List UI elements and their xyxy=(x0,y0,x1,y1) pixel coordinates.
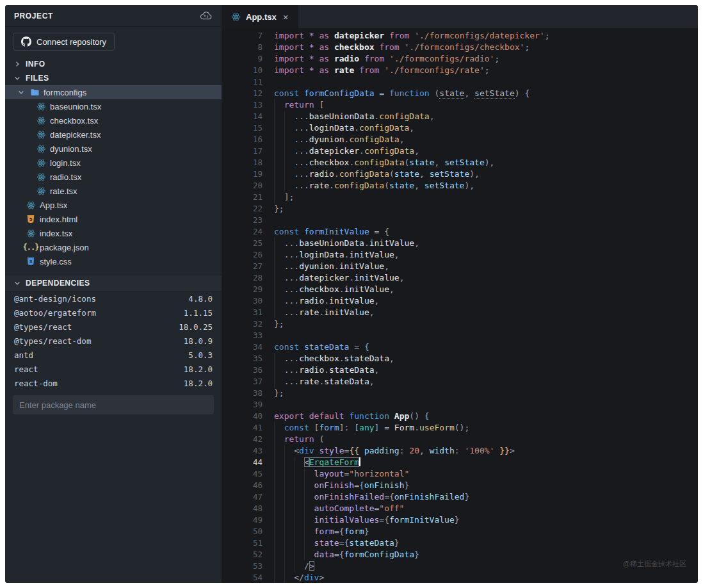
line-number: 17 xyxy=(222,145,263,157)
section-header-files[interactable]: FILES xyxy=(5,71,222,85)
code-line[interactable]: 34 const stateData = { xyxy=(222,341,698,353)
code-line[interactable]: 41 const [form]: [any] = Form.useForm(); xyxy=(222,422,698,434)
code-line[interactable]: 10 import * as rate from './formconfigs/… xyxy=(222,65,698,76)
file-label: dyunion.tsx xyxy=(50,144,92,154)
code-line[interactable]: 31 ...rate.initValue, xyxy=(222,307,698,318)
react-icon xyxy=(36,101,46,111)
line-number: 20 xyxy=(222,180,263,192)
code-line[interactable]: 25 ...baseUnionData.initValue, xyxy=(222,238,698,249)
code-line[interactable]: 14 ...baseUnionData.configData, xyxy=(222,111,698,122)
line-number: 49 xyxy=(222,514,263,526)
dependency-name: react-dom xyxy=(14,379,58,388)
code-line[interactable]: 49 initialValues={formInitValue} xyxy=(222,514,698,526)
code-line[interactable]: 40 export default function App() { xyxy=(222,411,698,422)
code-line[interactable]: 22 }; xyxy=(222,203,698,215)
cloud-sync-icon[interactable] xyxy=(200,11,213,21)
section-label: INFO xyxy=(26,60,45,69)
code-line[interactable]: 35 ...checkbox.stateData, xyxy=(222,353,698,364)
tree-file-radio-tsx[interactable]: radio.tsx xyxy=(5,170,222,184)
line-number: 39 xyxy=(222,399,263,411)
code-editor[interactable]: 7 import * as datepicker from './formcon… xyxy=(222,28,698,583)
code-line[interactable]: 28 ...datepicker.initValue, xyxy=(222,272,698,284)
close-icon[interactable]: × xyxy=(282,12,290,22)
code-line[interactable]: 21 ]; xyxy=(222,192,698,203)
code-line[interactable]: 26 ...loginData.initValue, xyxy=(222,249,698,261)
line-number: 53 xyxy=(222,560,263,572)
dependency-row[interactable]: @types/react 18.0.25 xyxy=(5,320,222,334)
react-icon xyxy=(230,12,241,22)
tree-file-login-tsx[interactable]: login.tsx xyxy=(5,156,222,170)
tree-file-index-tsx[interactable]: index.tsx xyxy=(5,226,222,240)
tree-file-baseunion-tsx[interactable]: baseunion.tsx xyxy=(5,99,222,113)
code-line[interactable]: 37 ...rate.stateData, xyxy=(222,376,698,388)
code-line[interactable]: 39 xyxy=(222,399,698,411)
code-line[interactable]: 23 xyxy=(222,215,698,226)
dependencies-list: @ant-design/icons 4.8.0 @aotoo/ergatefor… xyxy=(5,291,222,390)
code-line[interactable]: 50 form={form} xyxy=(222,526,698,537)
code-line[interactable]: 52 data={formConfigData} xyxy=(222,549,698,560)
code-line[interactable]: 45 layout="horizontal" xyxy=(222,468,698,480)
file-label: package.json xyxy=(40,243,89,252)
code-line[interactable]: 30 ...radio.initValue, xyxy=(222,295,698,307)
code-line[interactable]: 20 ...rate.configData(state, setState), xyxy=(222,180,698,192)
code-line[interactable]: 19 ...radio.configData(state, setState), xyxy=(222,168,698,180)
tree-file-dyunion-tsx[interactable]: dyunion.tsx xyxy=(5,142,222,156)
dependency-row[interactable]: antd 5.0.3 xyxy=(5,348,222,362)
code-line[interactable]: 54 </div> xyxy=(222,572,698,583)
code-line[interactable]: 8 import * as checkbox from './formconfi… xyxy=(222,42,698,53)
code-line[interactable]: 24 const formInitValue = { xyxy=(222,226,698,238)
code-line[interactable]: 46 onFinish={onFinish} xyxy=(222,480,698,491)
code-line[interactable]: 47 onFinishFailed={onFinishFailed} xyxy=(222,491,698,503)
section-header-info[interactable]: INFO xyxy=(5,57,222,71)
dependency-row[interactable]: react 18.2.0 xyxy=(5,362,222,376)
code-line[interactable]: 12 const formConfigData = function (stat… xyxy=(222,88,698,99)
code-line[interactable]: 33 xyxy=(222,330,698,341)
tree-file-app-tsx[interactable]: App.tsx xyxy=(5,198,222,212)
tree-file-datepicker-tsx[interactable]: datepicker.tsx xyxy=(5,127,222,142)
code-line[interactable]: 36 ...radio.stateData, xyxy=(222,364,698,376)
dependency-name: @types/react xyxy=(14,322,72,332)
dependency-row[interactable]: react-dom 18.2.0 xyxy=(5,376,222,390)
line-number: 41 xyxy=(222,422,263,434)
tab-app-tsx[interactable]: App.tsx × xyxy=(222,5,298,28)
line-number: 12 xyxy=(222,88,263,99)
code-line[interactable]: 16 ...dyunion.configData, xyxy=(222,134,698,145)
chevron-down-icon xyxy=(17,88,26,97)
line-number: 24 xyxy=(222,226,263,238)
code-line[interactable]: 11 xyxy=(222,76,698,88)
tree-file-index-html[interactable]: 5index.html xyxy=(5,212,222,226)
code-line[interactable]: 18 ...checkbox.configData(state, setStat… xyxy=(222,157,698,168)
tree-folder-formconfigs[interactable]: formconfigs xyxy=(5,85,222,99)
tree-file-checkbox-tsx[interactable]: checkbox.tsx xyxy=(5,113,222,127)
code-line[interactable]: 38 }; xyxy=(222,388,698,399)
code-line[interactable]: 15 ...loginData.configData, xyxy=(222,122,698,134)
code-line[interactable]: 13 return [ xyxy=(222,99,698,111)
code-line[interactable]: 42 return ( xyxy=(222,434,698,445)
react-icon xyxy=(36,186,46,196)
code-line[interactable]: 27 ...dyunion.initValue, xyxy=(222,261,698,272)
code-line[interactable]: 29 ...checkbox.initValue, xyxy=(222,284,698,295)
code-line[interactable]: 48 autoComplete="off" xyxy=(222,503,698,514)
tree-file-package-json[interactable]: {..}package.json xyxy=(5,240,222,254)
project-title: PROJECT xyxy=(14,12,53,20)
connect-repository-button[interactable]: Connect repository xyxy=(13,33,115,51)
code-line[interactable]: 53 /> xyxy=(222,560,698,572)
react-icon xyxy=(36,129,46,140)
code-line[interactable]: 43 <div style={{ padding: 20, width: '10… xyxy=(222,445,698,457)
code-line[interactable]: 17 ...datepicker.configData, xyxy=(222,145,698,157)
file-label: datepicker.tsx xyxy=(50,130,101,140)
code-line[interactable]: 32 }; xyxy=(222,318,698,330)
code-line[interactable]: 44 <ErgateForm xyxy=(222,457,698,468)
tree-file-style-css[interactable]: 3style.css xyxy=(5,254,222,268)
code-line[interactable]: 9 import * as radio from './formconfigs/… xyxy=(222,53,698,65)
package-search-input[interactable] xyxy=(13,395,214,414)
section-header-dependencies[interactable]: DEPENDENCIES xyxy=(5,275,222,291)
dependency-row[interactable]: @aotoo/ergateform 1.1.15 xyxy=(5,306,222,320)
dependency-version: 1.1.15 xyxy=(184,308,213,318)
code-line[interactable]: 7 import * as datepicker from './formcon… xyxy=(222,30,698,42)
react-icon xyxy=(36,143,46,154)
dependency-row[interactable]: @ant-design/icons 4.8.0 xyxy=(5,291,222,306)
code-line[interactable]: 51 state={stateData} xyxy=(222,537,698,549)
dependency-row[interactable]: @types/react-dom 18.0.9 xyxy=(5,334,222,348)
tree-file-rate-tsx[interactable]: rate.tsx xyxy=(5,184,222,198)
